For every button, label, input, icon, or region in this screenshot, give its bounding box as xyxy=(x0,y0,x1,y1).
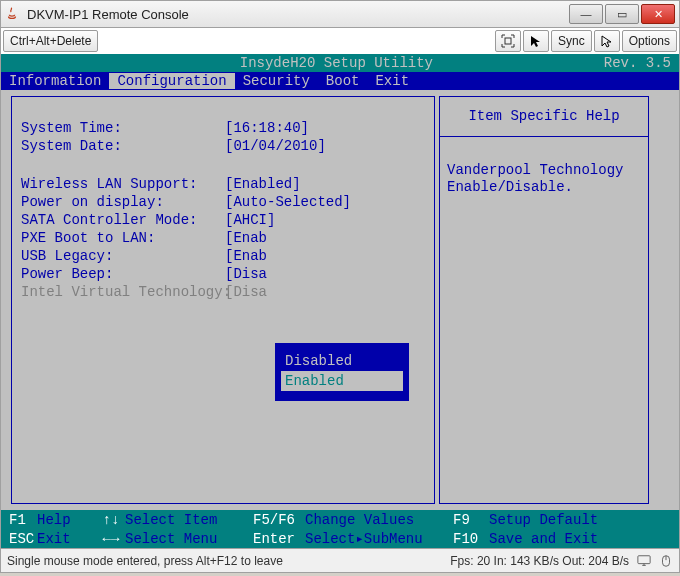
label-select-item: Select Item xyxy=(125,512,245,528)
key-f5f6: F5/F6 xyxy=(245,512,305,528)
window-minimize-button[interactable]: — xyxy=(569,4,603,24)
expand-icon xyxy=(501,34,515,48)
key-f9: F9 xyxy=(445,512,489,528)
row-system-date[interactable]: System Date:[01/04/2010] xyxy=(21,138,437,154)
fullscreen-button[interactable] xyxy=(495,30,521,52)
window-titlebar: DKVM-IP1 Remote Console — ▭ ✕ xyxy=(0,0,680,28)
label-help: Help xyxy=(37,512,97,528)
ctrl-alt-delete-button[interactable]: Ctrl+Alt+Delete xyxy=(3,30,98,52)
help-title: Item Specific Help xyxy=(439,108,649,124)
row-intel-vt[interactable]: Intel Virtual Technology:[Disa xyxy=(21,284,437,300)
window-maximize-button[interactable]: ▭ xyxy=(605,4,639,24)
cursor-outline-icon xyxy=(600,34,614,48)
row-power-beep[interactable]: Power Beep:[Disa xyxy=(21,266,437,282)
help-panel-frame xyxy=(439,96,649,504)
arrows-updown: ↑↓ xyxy=(97,512,125,528)
arrows-leftright: ←→ xyxy=(97,531,125,547)
label-exit: Exit xyxy=(37,531,97,547)
svg-rect-1 xyxy=(638,555,650,563)
tab-boot[interactable]: Boot xyxy=(318,73,368,89)
row-system-time[interactable]: System Time:[16:18:40] xyxy=(21,120,437,136)
window-title: DKVM-IP1 Remote Console xyxy=(27,7,567,22)
key-f1: F1 xyxy=(1,512,37,528)
options-button[interactable]: Options xyxy=(622,30,677,52)
row-wlan-support[interactable]: Wireless LAN Support:[Enabled] xyxy=(21,176,437,192)
option-popup[interactable]: Disabled Enabled xyxy=(274,342,410,402)
label-change-values: Change Values xyxy=(305,512,445,528)
row-pxe-boot[interactable]: PXE Boot to LAN:[Enab xyxy=(21,230,437,246)
toolbar: Ctrl+Alt+Delete Sync Options xyxy=(0,28,680,54)
bios-header: InsydeH20 Setup Utility Rev. 3.5 xyxy=(1,54,679,72)
java-icon xyxy=(5,6,21,22)
label-select-menu: Select Menu xyxy=(125,531,245,547)
sync-button[interactable]: Sync xyxy=(551,30,592,52)
help-divider xyxy=(440,136,648,137)
key-esc: ESC xyxy=(1,531,37,547)
cursor-bold-button[interactable] xyxy=(523,30,549,52)
row-power-display[interactable]: Power on display:[Auto-Selected] xyxy=(21,194,437,210)
bios-footer: F1 Help ↑↓ Select Item F5/F6 Change Valu… xyxy=(1,510,679,548)
main-panel-frame xyxy=(11,96,435,504)
remote-console[interactable]: InsydeH20 Setup Utility Rev. 3.5 Informa… xyxy=(0,54,680,549)
svg-rect-0 xyxy=(505,38,511,44)
tab-exit[interactable]: Exit xyxy=(367,73,417,89)
mouse-icon xyxy=(659,554,673,568)
key-enter: Enter xyxy=(245,531,305,547)
row-sata-mode[interactable]: SATA Controller Mode:[AHCI] xyxy=(21,212,437,228)
window-close-button[interactable]: ✕ xyxy=(641,4,675,24)
monitor-icon xyxy=(637,554,651,568)
tab-security[interactable]: Security xyxy=(235,73,318,89)
tab-information[interactable]: Information xyxy=(1,73,109,89)
bios-header-rev: Rev. 3.5 xyxy=(604,55,671,71)
bios-body: Item Specific Help Vanderpool Technology… xyxy=(1,90,679,510)
label-select-submenu: Select▸SubMenu xyxy=(305,530,445,547)
popup-option-disabled[interactable]: Disabled xyxy=(281,351,403,371)
tab-configuration[interactable]: Configuration xyxy=(109,73,234,89)
help-text: Vanderpool Technology Enable/Disable. xyxy=(447,162,643,196)
label-setup-default: Setup Default xyxy=(489,512,598,528)
bios-header-title: InsydeH20 Setup Utility xyxy=(69,55,604,71)
cursor-light-button[interactable] xyxy=(594,30,620,52)
cursor-icon xyxy=(529,34,543,48)
status-left: Single mouse mode entered, press Alt+F12… xyxy=(7,554,442,568)
label-save-exit: Save and Exit xyxy=(489,531,598,547)
key-f10: F10 xyxy=(445,531,489,547)
status-bar: Single mouse mode entered, press Alt+F12… xyxy=(0,549,680,573)
bios-menu-tabs[interactable]: Information Configuration Security Boot … xyxy=(1,72,679,90)
row-usb-legacy[interactable]: USB Legacy:[Enab xyxy=(21,248,437,264)
popup-option-enabled[interactable]: Enabled xyxy=(281,371,403,391)
status-right: Fps: 20 In: 143 KB/s Out: 204 B/s xyxy=(450,554,629,568)
